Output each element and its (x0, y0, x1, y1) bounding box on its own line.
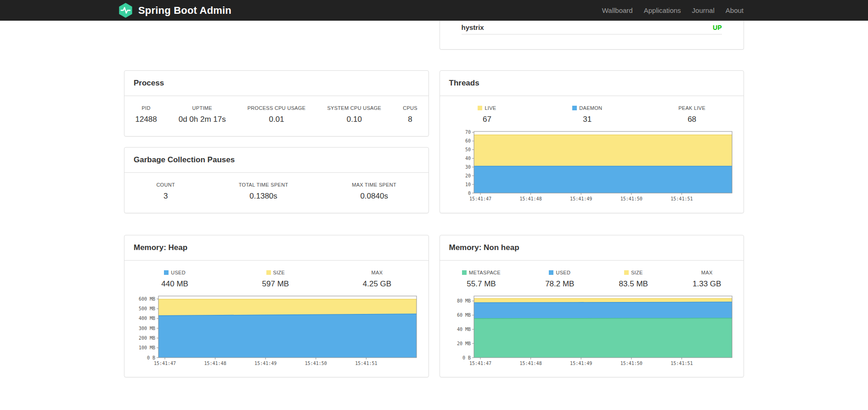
gc-pauses-panel-title: Garbage Collection Pauses (124, 148, 428, 173)
stat-system-cpu-usage: SYSTEM CPU USAGE 0.10 (327, 105, 381, 124)
application-status-badge: UP (713, 24, 722, 31)
svg-text:400 MB: 400 MB (139, 316, 155, 321)
memory-heap-panel-title: Memory: Heap (124, 235, 428, 261)
memory-heap-panel: Memory: Heap USED 440 MB SIZE 597 MB MAX… (124, 235, 429, 377)
threads-legend: LIVE 67 DAEMON 31 PEAK LIVE 68 (440, 96, 744, 124)
nav-link-applications[interactable]: Applications (644, 6, 681, 14)
svg-text:100 MB: 100 MB (139, 345, 155, 350)
svg-text:300 MB: 300 MB (139, 326, 155, 331)
left-column: Process PID 12488 UPTIME 0d 0h 2m 17s PR… (124, 21, 429, 377)
svg-text:15:41:48: 15:41:48 (519, 361, 541, 366)
legend-swatch (549, 270, 553, 275)
memory-heap-legend: USED 440 MB SIZE 597 MB MAX 4.25 GB (124, 261, 428, 289)
right-column: hystrix UP Threads LIVE 67 DAEMON 31 PEA… (440, 21, 744, 377)
application-table: hystrix UP (462, 21, 722, 34)
svg-text:15:41:47: 15:41:47 (154, 361, 176, 366)
nav-links: Wallboard Applications Journal About (602, 6, 744, 14)
stat-gc-total-time: TOTAL TIME SPENT 0.1380s (239, 182, 288, 201)
brand[interactable]: Spring Boot Admin (118, 3, 231, 18)
svg-text:15:41:48: 15:41:48 (519, 196, 541, 201)
svg-text:15:41:49: 15:41:49 (570, 196, 592, 201)
svg-text:15:41:49: 15:41:49 (570, 361, 592, 366)
memory-nonheap-panel-title: Memory: Non heap (440, 235, 744, 261)
legend-item-size: SIZE 597 MB (262, 270, 289, 289)
stat-cpus: CPUS 8 (403, 105, 417, 124)
threads-chart: 01020304050607015:41:4715:41:4815:41:491… (448, 129, 744, 204)
stat-uptime: UPTIME 0d 0h 2m 17s (179, 105, 226, 124)
svg-text:15:41:49: 15:41:49 (254, 361, 276, 366)
legend-swatch (624, 270, 629, 275)
svg-text:30: 30 (465, 165, 470, 170)
legend-item-size: SIZE 83.5 MB (619, 270, 648, 289)
stat-gc-max-time: MAX TIME SPENT 0.0840s (352, 182, 396, 201)
stat-process-cpu-usage: PROCESS CPU USAGE 0.01 (248, 105, 306, 124)
gc-stats: COUNT 3 TOTAL TIME SPENT 0.1380s MAX TIM… (124, 173, 428, 201)
svg-text:40 MB: 40 MB (457, 327, 470, 332)
memory-nonheap-legend: METASPACE 55.7 MB USED 78.2 MB SIZE 83.5… (440, 261, 744, 289)
svg-text:0 B: 0 B (147, 355, 155, 360)
legend-item-metaspace: METASPACE 55.7 MB (462, 270, 501, 289)
brand-title: Spring Boot Admin (138, 5, 231, 17)
svg-text:50: 50 (465, 147, 470, 152)
gc-pauses-panel: Garbage Collection Pauses COUNT 3 TOTAL … (124, 147, 429, 213)
svg-text:15:41:51: 15:41:51 (671, 196, 693, 201)
svg-text:20 MB: 20 MB (457, 341, 470, 346)
svg-text:15:41:48: 15:41:48 (204, 361, 226, 366)
nav-link-about[interactable]: About (726, 6, 744, 14)
legend-item-live: LIVE 67 (478, 105, 496, 124)
legend-item-max: MAX 4.25 GB (363, 270, 391, 289)
svg-text:15:41:47: 15:41:47 (469, 196, 491, 201)
svg-text:15:41:51: 15:41:51 (671, 361, 693, 366)
navbar: Spring Boot Admin Wallboard Applications… (0, 0, 868, 21)
process-stats: PID 12488 UPTIME 0d 0h 2m 17s PROCESS CP… (124, 96, 428, 124)
svg-text:15:41:51: 15:41:51 (355, 361, 377, 366)
svg-text:15:41:47: 15:41:47 (469, 361, 491, 366)
stat-gc-count: COUNT 3 (156, 182, 175, 201)
svg-text:600 MB: 600 MB (139, 296, 155, 302)
svg-text:80 MB: 80 MB (457, 298, 470, 303)
svg-text:60 MB: 60 MB (457, 313, 470, 318)
memory-heap-chart: 0 B100 MB200 MB300 MB400 MB500 MB600 MB1… (133, 293, 428, 369)
svg-text:200 MB: 200 MB (139, 336, 155, 341)
memory-nonheap-chart: 0 B20 MB40 MB60 MB80 MB15:41:4715:41:481… (448, 293, 744, 369)
application-row-hystrix[interactable]: hystrix UP (462, 21, 722, 34)
legend-item-used: USED 440 MB (161, 270, 188, 289)
legend-swatch (266, 270, 271, 275)
legend-swatch (572, 106, 577, 110)
nav-link-journal[interactable]: Journal (692, 6, 715, 14)
legend-swatch (478, 106, 482, 110)
legend-item-peak-live: PEAK LIVE 68 (678, 105, 705, 124)
legend-item-used: USED 78.2 MB (545, 270, 574, 289)
svg-text:0 B: 0 B (462, 355, 470, 360)
main-content: Process PID 12488 UPTIME 0d 0h 2m 17s PR… (124, 21, 744, 377)
threads-panel-title: Threads (440, 71, 744, 96)
svg-text:15:41:50: 15:41:50 (305, 361, 327, 366)
brand-logo-icon (118, 3, 133, 18)
svg-text:70: 70 (465, 130, 470, 135)
stat-pid: PID 12488 (135, 105, 157, 124)
threads-panel: Threads LIVE 67 DAEMON 31 PEAK LIVE 68 0… (440, 70, 744, 213)
svg-text:60: 60 (465, 138, 470, 143)
memory-nonheap-panel: Memory: Non heap METASPACE 55.7 MB USED … (440, 235, 744, 377)
svg-text:15:41:50: 15:41:50 (620, 196, 642, 201)
legend-swatch (462, 270, 467, 275)
applications-panel-partial: hystrix UP (440, 21, 744, 50)
legend-item-daemon: DAEMON 31 (572, 105, 602, 124)
svg-text:10: 10 (465, 182, 470, 187)
svg-text:0: 0 (468, 191, 470, 196)
svg-text:500 MB: 500 MB (139, 306, 155, 311)
process-panel: Process PID 12488 UPTIME 0d 0h 2m 17s PR… (124, 70, 429, 137)
svg-text:15:41:50: 15:41:50 (620, 361, 642, 366)
svg-text:20: 20 (465, 173, 470, 178)
process-panel-title: Process (124, 71, 428, 96)
legend-swatch (164, 270, 169, 275)
legend-item-max: MAX 1.33 GB (693, 270, 721, 289)
application-name: hystrix (462, 23, 484, 31)
nav-link-wallboard[interactable]: Wallboard (602, 6, 633, 14)
svg-text:40: 40 (465, 156, 470, 161)
